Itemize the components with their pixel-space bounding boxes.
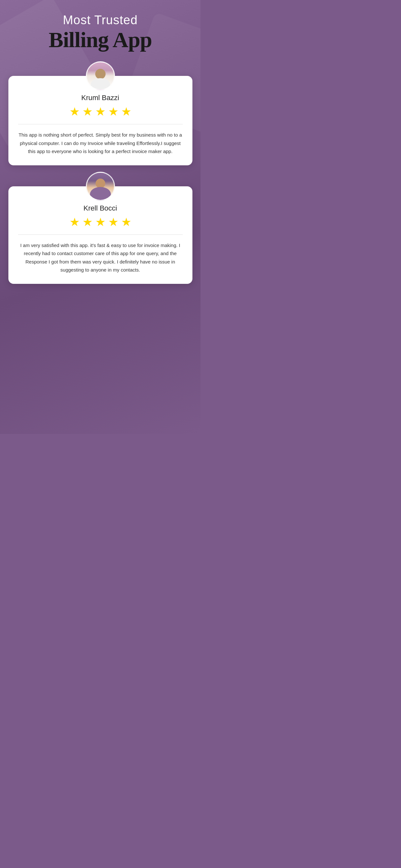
review-section-1: Kruml Bazzi ★ ★ ★ ★ ★ This app is nothin… bbox=[8, 61, 192, 165]
star-1-1: ★ bbox=[69, 106, 80, 118]
stars-2: ★ ★ ★ ★ ★ bbox=[18, 216, 183, 228]
page-header: Most Trusted Billing App bbox=[49, 13, 152, 52]
star-2-1: ★ bbox=[69, 216, 80, 228]
star-1-3: ★ bbox=[95, 106, 105, 118]
divider-1 bbox=[18, 124, 183, 124]
review-text-2: I am very satisfied with this app. it's … bbox=[18, 241, 183, 274]
star-1-4: ★ bbox=[108, 106, 119, 118]
star-1-5: ★ bbox=[121, 106, 131, 118]
reviewer-name-2: Krell Bocci bbox=[18, 204, 183, 213]
star-2-2: ★ bbox=[82, 216, 93, 228]
divider-2 bbox=[18, 235, 183, 235]
header-title: Billing App bbox=[49, 28, 152, 52]
page-wrapper: Most Trusted Billing App Kruml Bazzi ★ ★… bbox=[0, 0, 201, 434]
review-section-2: Krell Bocci ★ ★ ★ ★ ★ I am very satisfie… bbox=[8, 172, 192, 284]
star-2-3: ★ bbox=[95, 216, 105, 228]
header-subtitle: Most Trusted bbox=[49, 13, 152, 28]
stars-1: ★ ★ ★ ★ ★ bbox=[18, 106, 183, 118]
star-1-2: ★ bbox=[82, 106, 93, 118]
star-2-4: ★ bbox=[108, 216, 119, 228]
avatar-2 bbox=[86, 172, 115, 201]
review-card-2: Krell Bocci ★ ★ ★ ★ ★ I am very satisfie… bbox=[8, 186, 192, 284]
reviewer-name-1: Kruml Bazzi bbox=[18, 94, 183, 102]
star-2-5: ★ bbox=[121, 216, 131, 228]
avatar-1 bbox=[86, 61, 115, 90]
review-text-1: This app is nothing short of perfect. Si… bbox=[18, 131, 183, 156]
